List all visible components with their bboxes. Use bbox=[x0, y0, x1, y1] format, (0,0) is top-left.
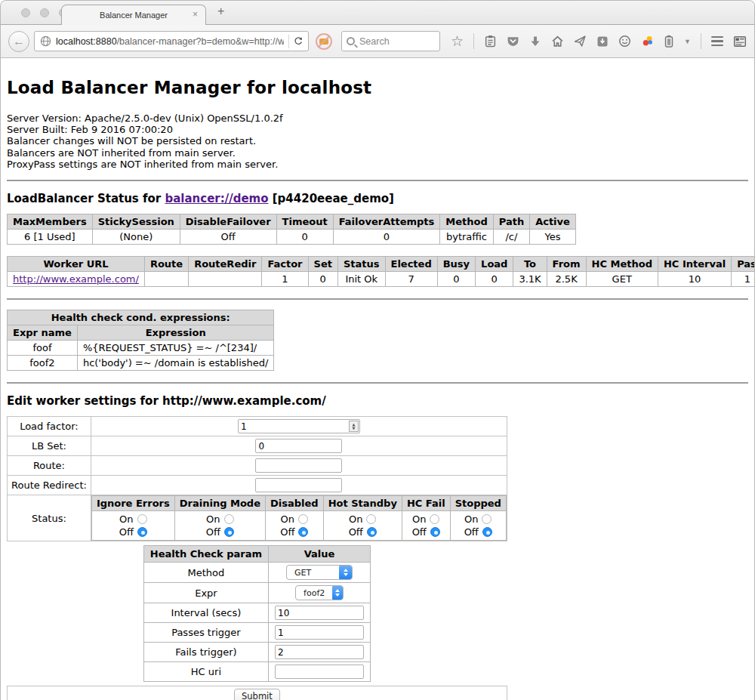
page-content: Load Balancer Manager for localhost Serv… bbox=[1, 58, 754, 700]
url-bar[interactable]: localhost:8880/balancer-manager?b=demo&w… bbox=[34, 31, 309, 51]
navigation-toolbar: ← localhost:8880/balancer-manager?b=demo… bbox=[1, 24, 754, 58]
toolbar-divider-2 bbox=[701, 33, 701, 49]
hc-expr-label: Expr bbox=[143, 583, 268, 603]
table-row: 6 [1 Used] (None) Off 0 0 bytraffic /c/ … bbox=[8, 230, 576, 245]
table-row: foof %{REQUEST_STATUS} =~ /^[234]/ bbox=[8, 341, 274, 356]
load-factor-input[interactable] bbox=[238, 419, 360, 433]
tab-balancer-manager[interactable]: Balancer Manager × bbox=[61, 5, 206, 25]
radio-on-icon[interactable] bbox=[482, 514, 492, 524]
radio-off-icon[interactable] bbox=[482, 527, 492, 537]
url-text[interactable]: localhost:8880/balancer-manager?b=demo&w… bbox=[56, 36, 284, 47]
route-input[interactable] bbox=[255, 458, 342, 473]
divider-2 bbox=[7, 298, 748, 300]
balancer-status-table: MaxMembers StickySession DisableFailover… bbox=[7, 214, 576, 245]
server-version-line: Server Version: Apache/2.5.0-dev (Unix) … bbox=[7, 113, 748, 124]
hc-method-select[interactable]: GET bbox=[286, 565, 353, 580]
status-stopped-cell: On Off bbox=[450, 511, 506, 541]
worker-status-table: Worker URL Route RouteRedir Factor Set S… bbox=[7, 256, 754, 287]
divider-3 bbox=[7, 382, 748, 384]
radio-on-icon[interactable] bbox=[298, 514, 308, 524]
hc-interval-label: Interval (secs) bbox=[143, 603, 268, 623]
hc-uri-input[interactable] bbox=[275, 665, 364, 679]
hc-passes-input[interactable] bbox=[275, 625, 364, 640]
submit-button[interactable]: Submit bbox=[234, 689, 280, 700]
table-row: http://www.example.com/ 1 0 Init Ok 7 0 … bbox=[8, 272, 755, 287]
lb-set-label: LB Set: bbox=[8, 436, 91, 456]
reload-icon[interactable] bbox=[294, 35, 304, 47]
radio-on-icon[interactable] bbox=[224, 514, 234, 524]
health-check-expressions-table: Health check cond. expressions: Expr nam… bbox=[7, 310, 274, 371]
proxypass-note-line: ProxyPass settings are NOT inherited fro… bbox=[7, 159, 748, 170]
send-tab-icon[interactable] bbox=[574, 35, 587, 48]
close-window-button[interactable] bbox=[21, 8, 30, 17]
radio-on-icon[interactable] bbox=[137, 514, 147, 524]
select-stepper-icon bbox=[339, 565, 352, 580]
search-input[interactable] bbox=[359, 36, 435, 47]
radio-off-icon[interactable] bbox=[224, 527, 234, 537]
server-info: Server Version: Apache/2.5.0-dev (Unix) … bbox=[7, 113, 748, 170]
hc-interval-input[interactable] bbox=[275, 606, 364, 620]
bookmark-star-icon[interactable]: ☆ bbox=[451, 34, 464, 48]
toolbar-divider bbox=[473, 33, 474, 49]
titlebar: Balancer Manager × + bbox=[1, 1, 754, 24]
number-spinner-icon[interactable]: ▲▼ bbox=[349, 421, 359, 432]
radio-on-icon[interactable] bbox=[366, 514, 376, 524]
expr-table-title: Health check cond. expressions: bbox=[8, 310, 274, 325]
route-redirect-label: Route Redirect: bbox=[8, 476, 91, 495]
health-check-param-table: Health Check param Value Method GET bbox=[143, 545, 371, 682]
globe-icon bbox=[40, 35, 51, 47]
screenshot-grid-icon[interactable] bbox=[733, 35, 747, 48]
edit-worker-form: Load factor: ▲▼ LB Set: Route: Route Red… bbox=[7, 416, 507, 700]
worker-url-link[interactable]: http://www.example.com/ bbox=[13, 273, 139, 285]
table-row: foof2 hc('body') =~ /domain is establish… bbox=[8, 356, 274, 371]
battery-extension-icon[interactable] bbox=[664, 35, 674, 48]
hc-expr-select[interactable]: foof2 bbox=[295, 585, 344, 600]
back-button[interactable]: ← bbox=[8, 31, 29, 52]
radio-on-icon[interactable] bbox=[430, 514, 439, 524]
hc-fails-label: Fails trigger) bbox=[143, 643, 268, 662]
hc-fails-input[interactable] bbox=[275, 645, 364, 659]
menu-hamburger-icon[interactable] bbox=[711, 36, 723, 47]
extension-colordots-icon[interactable] bbox=[641, 35, 654, 48]
status-hc-fail-cell: On Off bbox=[402, 511, 450, 541]
status-options-table: Ignore Errors Draining Mode Disabled Hot… bbox=[91, 495, 507, 541]
close-tab-icon[interactable]: × bbox=[193, 10, 198, 19]
content-blocker-icon[interactable] bbox=[316, 33, 332, 50]
pocket-icon[interactable] bbox=[507, 35, 519, 48]
status-label: Status: bbox=[8, 495, 91, 541]
hc-uri-label: HC uri bbox=[143, 662, 268, 682]
page-title: Load Balancer Manager for localhost bbox=[7, 78, 748, 97]
inherit-note-line: Balancers are NOT inherited from main se… bbox=[7, 147, 748, 159]
back-arrow-icon: ← bbox=[13, 35, 25, 48]
hc-passes-label: Passes trigger bbox=[143, 623, 268, 643]
radio-off-icon[interactable] bbox=[298, 527, 308, 537]
load-factor-label: Load factor: bbox=[8, 417, 91, 436]
save-page-icon[interactable] bbox=[596, 35, 609, 48]
route-redirect-input[interactable] bbox=[255, 478, 342, 492]
balancer-status-heading: LoadBalancer Status for balancer://demo … bbox=[7, 192, 748, 205]
home-icon[interactable] bbox=[551, 35, 564, 48]
search-bar[interactable] bbox=[341, 31, 440, 51]
radio-off-icon[interactable] bbox=[137, 527, 147, 537]
server-built-line: Server Built: Feb 9 2016 07:00:20 bbox=[7, 124, 748, 135]
status-hot-standby-cell: On Off bbox=[323, 511, 402, 541]
radio-off-icon[interactable] bbox=[367, 527, 377, 537]
downloads-icon[interactable] bbox=[529, 35, 541, 48]
bookmarks-clipboard-icon[interactable] bbox=[484, 35, 497, 48]
route-label: Route: bbox=[8, 456, 91, 476]
balancer-demo-link[interactable]: balancer://demo bbox=[165, 192, 268, 205]
persist-note-line: Balancer changes will NOT be persisted o… bbox=[7, 135, 748, 146]
new-tab-button[interactable]: + bbox=[217, 5, 224, 18]
hc-method-label: Method bbox=[143, 563, 268, 583]
search-icon bbox=[347, 37, 355, 45]
status-disabled-cell: On Off bbox=[265, 511, 323, 541]
divider-1 bbox=[7, 180, 748, 181]
tab-title: Balancer Manager bbox=[100, 11, 168, 20]
minimize-window-button[interactable] bbox=[40, 8, 49, 17]
feedback-smiley-icon[interactable] bbox=[618, 35, 631, 48]
lb-set-input[interactable] bbox=[255, 439, 342, 453]
url-divider bbox=[288, 35, 289, 48]
overflow-caret-icon[interactable]: ▼ bbox=[684, 38, 691, 45]
radio-off-icon[interactable] bbox=[430, 527, 440, 537]
status-ignore-errors-cell: On Off bbox=[91, 511, 174, 541]
